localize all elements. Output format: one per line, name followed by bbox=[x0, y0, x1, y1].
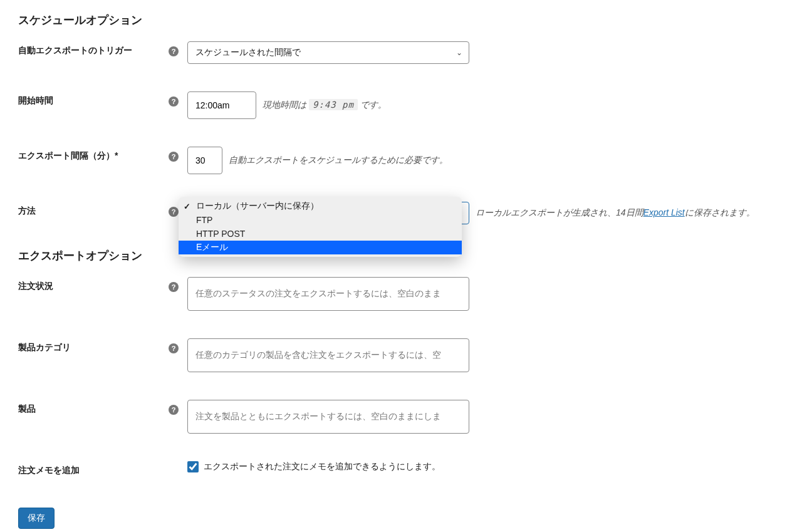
help-icon[interactable]: ? bbox=[169, 152, 179, 162]
method-side-hint: ローカルエクスポートが生成され、14日間Export Listに保存されます。 bbox=[476, 207, 755, 219]
method-option-label: Eメール bbox=[196, 242, 453, 253]
local-time-value: 9:43 pm bbox=[309, 99, 358, 110]
notes-checkbox-wrap[interactable]: エクスポートされた注文にメモを追加できるようにします。 bbox=[187, 461, 440, 472]
notes-checkbox-label: エクスポートされた注文にメモを追加できるようにします。 bbox=[204, 461, 440, 472]
order-status-label: 注文状況 bbox=[18, 281, 53, 292]
help-icon[interactable]: ? bbox=[169, 46, 179, 56]
help-icon[interactable]: ? bbox=[169, 282, 179, 292]
product-category-label: 製品カテゴリ bbox=[18, 342, 71, 353]
interval-hint: 自動エクスポートをスケジュールするために必要です。 bbox=[229, 155, 448, 166]
method-option-0[interactable]: ✓ローカル（サーバー内に保存） bbox=[179, 199, 462, 213]
product-category-placeholder: 任意のカテゴリの製品を含む注文をエクスポートするには、空 bbox=[195, 350, 441, 361]
method-option-2[interactable]: HTTP POST bbox=[179, 227, 462, 241]
order-status-placeholder: 任意のステータスの注文をエクスポートするには、空白のまま bbox=[195, 288, 441, 300]
schedule-section-title: スケジュールオプション bbox=[18, 13, 786, 28]
interval-label: エクスポート間隔（分）* bbox=[18, 150, 118, 162]
trigger-label: 自動エクスポートのトリガー bbox=[18, 45, 132, 56]
order-status-input[interactable]: 任意のステータスの注文をエクスポートするには、空白のまま bbox=[187, 277, 469, 311]
method-option-label: FTP bbox=[196, 215, 453, 225]
products-input[interactable]: 注文を製品とともにエクスポートするには、空白のままにしま bbox=[187, 400, 469, 434]
chevron-down-icon: ⌄ bbox=[456, 48, 462, 57]
start-time-label: 開始時間 bbox=[18, 95, 53, 107]
method-option-3[interactable]: Eメール bbox=[179, 241, 462, 254]
row-trigger: 自動エクスポートのトリガー ? スケジュールされた間隔で ⌄ bbox=[18, 41, 786, 64]
start-time-hint: 現地時間は 9:43 pm です。 bbox=[263, 100, 387, 111]
export-list-link[interactable]: Export List bbox=[643, 207, 685, 217]
trigger-select-value: スケジュールされた間隔で bbox=[195, 47, 301, 58]
check-icon: ✓ bbox=[184, 202, 196, 211]
row-interval: エクスポート間隔（分）* ? 自動エクスポートをスケジュールするために必要です。 bbox=[18, 147, 786, 174]
interval-input[interactable] bbox=[187, 147, 222, 174]
save-button[interactable]: 保存 bbox=[18, 508, 55, 529]
product-category-input[interactable]: 任意のカテゴリの製品を含む注文をエクスポートするには、空 bbox=[187, 338, 469, 372]
row-start-time: 開始時間 ? 現地時間は 9:43 pm です。 bbox=[18, 91, 786, 119]
products-label: 製品 bbox=[18, 404, 36, 415]
help-icon[interactable]: ? bbox=[169, 343, 179, 353]
notes-label: 注文メモを追加 bbox=[18, 465, 80, 476]
notes-checkbox[interactable] bbox=[187, 461, 199, 472]
method-option-1[interactable]: FTP bbox=[179, 213, 462, 227]
method-option-label: ローカル（サーバー内に保存） bbox=[196, 201, 453, 212]
help-icon[interactable]: ? bbox=[169, 405, 179, 415]
method-label: 方法 bbox=[18, 206, 36, 217]
row-order-status: 注文状況 ? 任意のステータスの注文をエクスポートするには、空白のまま bbox=[18, 277, 786, 311]
help-icon[interactable]: ? bbox=[169, 207, 179, 217]
start-time-input[interactable] bbox=[187, 91, 256, 119]
row-product-category: 製品カテゴリ ? 任意のカテゴリの製品を含む注文をエクスポートするには、空 bbox=[18, 338, 786, 372]
trigger-select[interactable]: スケジュールされた間隔で ⌄ bbox=[187, 41, 469, 64]
row-notes: 注文メモを追加 エクスポートされた注文にメモを追加できるようにします。 bbox=[18, 461, 786, 476]
row-method: 方法 ? ⌄ ✓ローカル（サーバー内に保存）FTPHTTP POSTEメール ロ… bbox=[18, 202, 786, 224]
help-icon[interactable]: ? bbox=[169, 96, 179, 107]
method-dropdown: ✓ローカル（サーバー内に保存）FTPHTTP POSTEメール bbox=[179, 197, 462, 257]
method-option-label: HTTP POST bbox=[196, 229, 453, 239]
products-placeholder: 注文を製品とともにエクスポートするには、空白のままにしま bbox=[195, 411, 441, 422]
row-products: 製品 ? 注文を製品とともにエクスポートするには、空白のままにしま bbox=[18, 400, 786, 434]
